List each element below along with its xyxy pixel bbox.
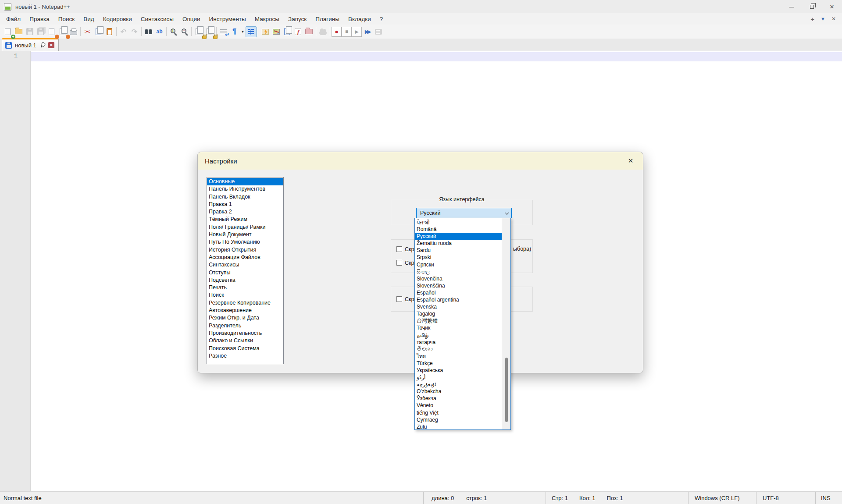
language-option[interactable]: Русский <box>415 233 502 240</box>
indent-guide-icon[interactable] <box>246 26 257 37</box>
menu-item[interactable]: Правка <box>25 14 54 24</box>
language-option[interactable]: татарча <box>415 339 502 346</box>
checkbox[interactable] <box>396 246 402 252</box>
category-item[interactable]: Облако и Ссылки <box>207 337 283 344</box>
language-option[interactable]: ਪੰਜਾਬੀ <box>415 219 502 226</box>
language-option[interactable]: Žemaitiu ruoda <box>415 240 502 247</box>
category-item[interactable]: Основные <box>207 178 283 185</box>
category-item[interactable]: Синтаксисы <box>207 261 283 269</box>
language-option[interactable]: Zulu <box>415 423 502 429</box>
find-icon[interactable] <box>143 26 154 37</box>
menu-item[interactable]: Плагины <box>311 14 344 24</box>
close-window-icon[interactable] <box>822 0 842 13</box>
menu-item[interactable]: Файл <box>2 14 25 24</box>
category-item[interactable]: Печать <box>207 284 283 291</box>
menu-item[interactable]: Инструменты <box>205 14 250 24</box>
language-option[interactable]: Español argentina <box>415 296 502 303</box>
language-option[interactable]: Svenska <box>415 303 502 310</box>
word-wrap-icon[interactable] <box>218 26 229 37</box>
menu-item[interactable]: Вкладки <box>344 14 375 24</box>
show-all-characters-icon[interactable] <box>229 26 240 37</box>
language-combobox[interactable]: Русский <box>416 208 512 218</box>
checkbox[interactable] <box>396 296 402 302</box>
language-option[interactable]: اُردُو <box>415 374 502 381</box>
folder-as-workspace-icon[interactable] <box>303 26 314 37</box>
undo-icon[interactable] <box>118 26 129 37</box>
close-tab-x-icon[interactable] <box>831 16 836 22</box>
language-option[interactable]: O'zbekcha <box>415 388 502 395</box>
redo-icon[interactable] <box>129 26 140 37</box>
playback-macro-icon[interactable] <box>352 27 362 37</box>
dropdown-scrollbar[interactable] <box>502 218 510 429</box>
language-option[interactable]: tiếng Việt <box>415 409 502 416</box>
language-option[interactable]: ئۇيغۇرچە <box>415 381 502 388</box>
tab-novyi-1[interactable]: новый 1 <box>2 38 59 51</box>
menu-item[interactable]: Поиск <box>54 14 79 24</box>
category-item[interactable]: Режим Откр. и Дата <box>207 314 283 322</box>
stop-recording-icon[interactable] <box>342 27 352 37</box>
menu-item[interactable]: Запуск <box>284 14 311 24</box>
language-option[interactable]: Српски <box>415 261 502 268</box>
category-item[interactable]: Новый Документ <box>207 231 283 238</box>
dialog-close-icon[interactable] <box>625 157 636 165</box>
replace-icon[interactable] <box>154 26 165 37</box>
language-option[interactable]: Sardu <box>415 247 502 254</box>
category-item[interactable]: Правка 1 <box>207 201 283 208</box>
category-item[interactable]: Подсветка <box>207 277 283 284</box>
checkbox[interactable] <box>396 260 402 266</box>
save-recorded-macro-icon[interactable] <box>373 26 384 37</box>
language-option[interactable]: Română <box>415 226 502 233</box>
language-option[interactable]: Tagalog <box>415 310 502 317</box>
language-option[interactable]: සිංහල <box>415 268 502 275</box>
restore-icon[interactable] <box>802 0 822 13</box>
language-option[interactable]: Türkçe <box>415 360 502 367</box>
category-item[interactable]: Разное <box>207 352 283 360</box>
category-item[interactable]: Тёмный Режим <box>207 216 283 223</box>
tab-list-dropdown-icon[interactable] <box>821 16 825 21</box>
paste-icon[interactable] <box>104 26 115 37</box>
category-item[interactable]: Панель Вкладок <box>207 193 283 201</box>
category-item[interactable]: Поля/ Границы/ Рамки <box>207 224 283 231</box>
category-item[interactable]: Поиск <box>207 291 283 299</box>
category-item[interactable]: Путь По Умолчанию <box>207 238 283 246</box>
language-option[interactable]: ไทย <box>415 353 502 360</box>
language-option[interactable]: தமிழ் <box>415 332 502 339</box>
tab-close-icon[interactable] <box>48 42 54 48</box>
category-item[interactable]: Ассоциация Файлов <box>207 254 283 261</box>
language-option[interactable]: Slovenščina <box>415 282 502 289</box>
pin-icon[interactable] <box>38 41 46 49</box>
category-item[interactable]: Поисковая Система <box>207 345 283 352</box>
record-macro-icon[interactable] <box>332 27 342 37</box>
language-option[interactable]: Español <box>415 289 502 296</box>
function-list-icon[interactable] <box>293 26 303 37</box>
zoom-out-icon[interactable] <box>179 26 190 37</box>
file-monitoring-icon[interactable] <box>318 26 328 37</box>
language-option[interactable]: Тоҷик <box>415 324 502 331</box>
category-item[interactable]: Разделитель <box>207 322 283 330</box>
language-option[interactable]: తెలుగు <box>415 346 502 353</box>
close-file-icon[interactable] <box>46 26 57 37</box>
document-list-icon[interactable] <box>282 26 293 37</box>
show-symbol-dropdown-icon[interactable] <box>240 26 246 37</box>
category-item[interactable]: Отступы <box>207 269 283 277</box>
language-option[interactable]: Srpski <box>415 254 502 261</box>
menu-item[interactable]: Синтаксисы <box>136 14 178 24</box>
document-map-icon[interactable] <box>271 26 282 37</box>
doc-switcher-icon[interactable] <box>260 26 271 37</box>
category-item[interactable]: Панель Инструментов <box>207 185 283 193</box>
run-macro-multiple-icon[interactable] <box>362 26 373 37</box>
category-item[interactable]: История Открытия <box>207 246 283 254</box>
menu-item[interactable]: ? <box>375 14 388 24</box>
minimize-icon[interactable] <box>781 0 802 13</box>
sync-vertical-scroll-icon[interactable] <box>193 26 204 37</box>
language-option[interactable]: Vèneto <box>415 402 502 409</box>
language-option[interactable]: Ўзбекча <box>415 395 502 402</box>
menu-item[interactable]: Опции <box>178 14 205 24</box>
category-item[interactable]: Автозавершение <box>207 307 283 314</box>
copy-icon[interactable] <box>93 26 104 37</box>
save-icon[interactable] <box>24 26 35 37</box>
menu-item[interactable]: Кодировки <box>99 14 136 24</box>
menu-item[interactable]: Вид <box>79 14 98 24</box>
category-item[interactable]: Производительность <box>207 330 283 337</box>
new-file-icon[interactable] <box>2 26 13 37</box>
